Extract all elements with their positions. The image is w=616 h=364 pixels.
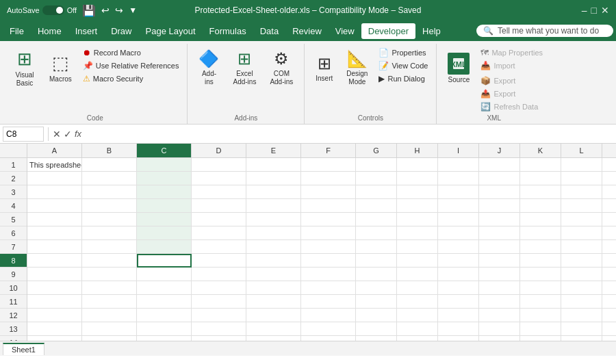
cell-F2[interactable] [301,172,356,185]
cell-M6[interactable] [602,226,616,240]
cell-C8[interactable] [137,254,192,268]
cell-D10[interactable] [192,281,246,295]
redo-icon[interactable]: ↪ [115,5,123,16]
cell-L4[interactable] [561,199,602,213]
menu-data[interactable]: Data [253,23,285,39]
use-relative-button[interactable]: 📌 Use Relative References [80,60,182,72]
cell-K7[interactable] [520,240,561,254]
cell-H4[interactable] [397,199,438,213]
cell-L9[interactable] [561,268,602,281]
cell-E4[interactable] [246,199,301,213]
cell-J1[interactable] [479,158,520,172]
cell-C13[interactable] [137,322,192,336]
row-num-4[interactable]: 4 [0,199,27,213]
cell-B6[interactable] [82,226,137,240]
cell-G10[interactable] [356,281,397,295]
cell-M5[interactable] [602,213,616,226]
cell-G9[interactable] [356,268,397,281]
properties-button[interactable]: 📄 Properties [376,47,431,59]
cell-E12[interactable] [246,309,301,322]
cell-I3[interactable] [438,185,479,199]
cell-C10[interactable] [137,281,192,295]
col-header-j[interactable]: J [479,144,520,157]
cell-C7[interactable] [137,240,192,254]
close-icon[interactable]: ✕ [601,5,609,16]
cell-J10[interactable] [479,281,520,295]
expansion-packs-button[interactable]: 📦 Export [478,75,546,87]
cell-F7[interactable] [301,240,356,254]
cell-K4[interactable] [520,199,561,213]
com-add-ins-button[interactable]: ⚙ COMAdd-ins [264,45,298,90]
cell-A8[interactable] [27,254,82,268]
cell-L13[interactable] [561,322,602,336]
cell-F6[interactable] [301,226,356,240]
view-code-button[interactable]: 📝 View Code [376,60,431,72]
cell-A3[interactable] [27,185,82,199]
cell-H6[interactable] [397,226,438,240]
cell-L10[interactable] [561,281,602,295]
cell-L12[interactable] [561,309,602,322]
cell-M13[interactable] [602,322,616,336]
cell-H7[interactable] [397,240,438,254]
cell-I4[interactable] [438,199,479,213]
col-header-k[interactable]: K [520,144,561,157]
cell-G3[interactable] [356,185,397,199]
cell-I11[interactable] [438,295,479,309]
cell-K1[interactable] [520,158,561,172]
row-num-6[interactable]: 6 [0,226,27,240]
cell-H8[interactable] [397,254,438,268]
cell-K5[interactable] [520,213,561,226]
row-num-2[interactable]: 2 [0,172,27,185]
cell-B2[interactable] [82,172,137,185]
cell-L8[interactable] [561,254,602,268]
cell-F12[interactable] [301,309,356,322]
cell-K3[interactable] [520,185,561,199]
map-properties-button[interactable]: 🗺 Map Properties [478,47,546,59]
cell-L7[interactable] [561,240,602,254]
macros-button[interactable]: ⬚ Macros [44,45,77,90]
col-header-b[interactable]: B [82,144,137,157]
row-num-12[interactable]: 12 [0,309,27,322]
macro-security-button[interactable]: ⚠ Macro Security [80,73,182,85]
cell-H13[interactable] [397,322,438,336]
cell-E6[interactable] [246,226,301,240]
row-num-8[interactable]: 8 [0,254,27,268]
confirm-formula-icon[interactable]: ✓ [64,129,72,140]
cell-F9[interactable] [301,268,356,281]
col-header-c[interactable]: C [137,144,192,157]
cell-J8[interactable] [479,254,520,268]
cell-A10[interactable] [27,281,82,295]
cell-H12[interactable] [397,309,438,322]
col-header-f[interactable]: F [301,144,356,157]
cell-G4[interactable] [356,199,397,213]
cell-L6[interactable] [561,226,602,240]
cell-M12[interactable] [602,309,616,322]
col-header-l[interactable]: L [561,144,602,157]
cell-J11[interactable] [479,295,520,309]
cell-M4[interactable] [602,199,616,213]
cell-I5[interactable] [438,213,479,226]
row-num-3[interactable]: 3 [0,185,27,199]
menu-page-layout[interactable]: Page Layout [139,23,203,39]
cell-C5[interactable] [137,213,192,226]
minimize-icon[interactable]: – [582,5,587,16]
cell-K11[interactable] [520,295,561,309]
cell-G2[interactable] [356,172,397,185]
cell-G12[interactable] [356,309,397,322]
cell-E8[interactable] [246,254,301,268]
cell-A2[interactable] [27,172,82,185]
cell-D3[interactable] [192,185,246,199]
cell-H9[interactable] [397,268,438,281]
record-macro-button[interactable]: ⏺ Record Macro [80,47,182,59]
cell-B9[interactable] [82,268,137,281]
cell-I6[interactable] [438,226,479,240]
cell-G13[interactable] [356,322,397,336]
cell-F4[interactable] [301,199,356,213]
search-box[interactable]: 🔍 Tell me what you want to do [476,25,613,37]
cell-D12[interactable] [192,309,246,322]
cell-J6[interactable] [479,226,520,240]
col-header-m[interactable]: M [602,144,616,157]
cell-M7[interactable] [602,240,616,254]
cell-C12[interactable] [137,309,192,322]
cell-K12[interactable] [520,309,561,322]
